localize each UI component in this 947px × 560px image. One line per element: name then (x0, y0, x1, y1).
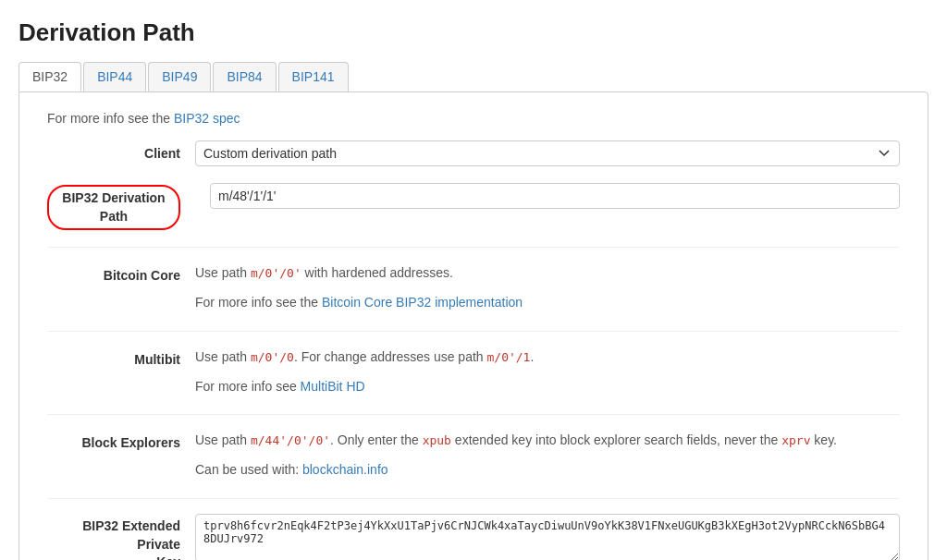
be-line2: Can be used with: blockchain.info (195, 459, 900, 481)
client-row: Client Custom derivation path Bitcoin Co… (47, 140, 900, 166)
tabs-row: BIP32 BIP44 BIP49 BIP84 BIP141 (18, 62, 929, 91)
private-key-row: BIP32 Extended PrivateKey (47, 514, 900, 560)
private-key-label: BIP32 Extended PrivateKey (47, 514, 195, 560)
be-desc2: . Only enter the (330, 432, 423, 447)
mb-path1: m/0'/0 (251, 350, 294, 364)
be-line1: Use path m/44'/0'/0'. Only enter the xpu… (195, 430, 900, 452)
bc-link-text: For more info see the (195, 295, 322, 310)
tab-panel: For more info see the BIP32 spec Client … (18, 91, 929, 560)
multibit-label: Multibit (47, 347, 195, 367)
multibit-line1: Use path m/0'/0. For change addresses us… (195, 347, 900, 369)
divider-3 (47, 414, 900, 415)
multibit-desc: Use path m/0'/0. For change addresses us… (195, 347, 900, 398)
bc-path: m/0'/0' (251, 266, 301, 280)
divider-4 (47, 498, 900, 499)
be-desc4: key. (810, 432, 837, 447)
page-title: Derivation Path (18, 18, 929, 47)
bc-desc1: Use path (195, 265, 251, 280)
info-row: For more info see the BIP32 spec (47, 111, 900, 126)
bip32-path-label: BIP32 Derivation Path (47, 185, 180, 230)
bip32-spec-link[interactable]: BIP32 spec (174, 111, 240, 126)
bip32-path-row: BIP32 Derivation Path (47, 183, 900, 230)
tab-bip44[interactable]: BIP44 (83, 62, 146, 91)
tab-bip49[interactable]: BIP49 (148, 62, 211, 91)
tabs-container: BIP32 BIP44 BIP49 BIP84 BIP141 For more … (18, 62, 929, 560)
divider-2 (47, 331, 900, 332)
be-desc3: extended key into block explorer search … (451, 432, 781, 447)
bitcoin-core-desc: Use path m/0'/0' with hardened addresses… (195, 262, 900, 314)
be-xpub: xpub (423, 433, 451, 447)
tab-bip32[interactable]: BIP32 (18, 62, 81, 91)
block-explorers-row: Block Explorers Use path m/44'/0'/0'. On… (47, 430, 900, 481)
mb-desc2: . For change addresses use path (294, 349, 487, 364)
tab-bip141[interactable]: BIP141 (278, 62, 349, 91)
multibit-hd-link[interactable]: MultiBit HD (301, 379, 365, 394)
private-key-textarea[interactable] (195, 514, 900, 560)
bitcoin-core-line2: For more info see the Bitcoin Core BIP32… (195, 292, 900, 314)
bitcoin-core-line1: Use path m/0'/0' with hardened addresses… (195, 262, 900, 285)
mb-desc1: Use path (195, 349, 251, 364)
info-text: For more info see the (47, 111, 174, 126)
be-path: m/44'/0'/0' (251, 433, 330, 447)
be-xprv: xprv (781, 433, 810, 447)
block-explorers-label: Block Explorers (47, 430, 195, 450)
bitcoin-core-row: Bitcoin Core Use path m/0'/0' with harde… (47, 262, 900, 314)
blockchain-info-link[interactable]: blockchain.info (302, 462, 388, 477)
bitcoin-core-label: Bitcoin Core (47, 262, 195, 283)
mb-link-text: For more info see (195, 379, 301, 394)
mb-desc3: . (530, 349, 534, 364)
divider-1 (47, 247, 900, 248)
multibit-row: Multibit Use path m/0'/0. For change add… (47, 347, 900, 398)
be-can: Can be used with: (195, 462, 302, 477)
tab-bip84[interactable]: BIP84 (213, 62, 276, 91)
bip32-label-wrapper: BIP32 Derivation Path (47, 183, 195, 230)
bip32-path-input[interactable] (210, 183, 900, 209)
block-explorers-desc: Use path m/44'/0'/0'. Only enter the xpu… (195, 430, 900, 481)
multibit-line2: For more info see MultiBit HD (195, 376, 900, 398)
bc-desc2: with hardened addresses. (301, 265, 453, 280)
client-label: Client (47, 140, 195, 161)
bitcoin-core-link[interactable]: Bitcoin Core BIP32 implementation (322, 295, 523, 310)
mb-path2: m/0'/1 (486, 350, 530, 364)
client-select[interactable]: Custom derivation path Bitcoin Core Mult… (195, 140, 900, 166)
be-desc1: Use path (195, 432, 251, 447)
